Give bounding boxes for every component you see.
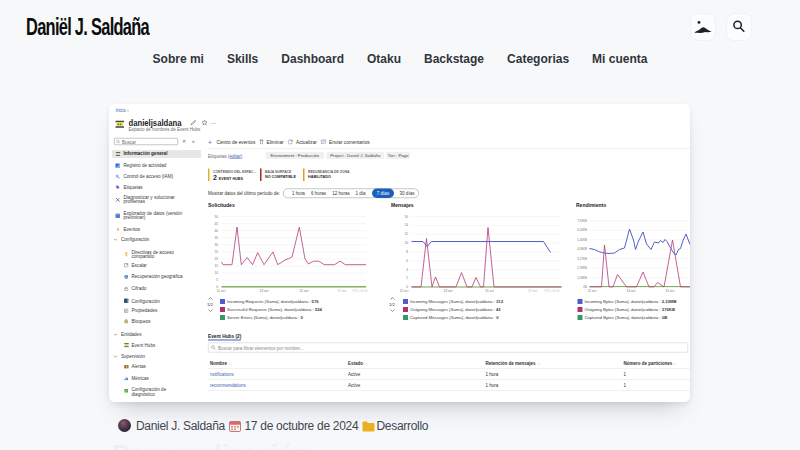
svg-text:5: 5 xyxy=(216,278,218,282)
svg-text:2: 2 xyxy=(406,276,408,280)
svg-text:15 oct: 15 oct xyxy=(300,289,309,293)
svg-text:Incoming Bytes (Suma), danielj: Incoming Bytes (Suma), danieljsaldana : … xyxy=(585,299,677,304)
svg-text:3,27KB: 3,27KB xyxy=(577,257,587,261)
svg-text:6: 6 xyxy=(406,259,408,263)
svg-text:10: 10 xyxy=(404,241,408,245)
svg-text:15: 15 xyxy=(214,264,218,268)
svg-text:16: 16 xyxy=(404,215,408,219)
svg-text:17 oct: 17 oct xyxy=(338,289,347,293)
svg-text:8: 8 xyxy=(406,250,408,254)
svg-text:17 oct: 17 oct xyxy=(528,289,537,293)
svg-text:13 oct: 13 oct xyxy=(627,289,636,293)
svg-text:1,09KB: 1,09KB xyxy=(577,276,587,280)
svg-text:20: 20 xyxy=(214,257,218,261)
svg-text:12: 12 xyxy=(404,232,408,236)
svg-text:25: 25 xyxy=(214,250,218,254)
svg-text:Captured Messages (Suma), dani: Captured Messages (Suma), danieljsaldana… xyxy=(410,315,499,320)
svg-text:1/2: 1/2 xyxy=(389,302,396,307)
svg-text:11 oct: 11 oct xyxy=(588,289,597,293)
svg-text:13 oct: 13 oct xyxy=(444,289,453,293)
svg-text:7,63KB: 7,63KB xyxy=(577,219,587,223)
svg-text:40: 40 xyxy=(214,229,218,233)
svg-text:35: 35 xyxy=(214,236,218,240)
svg-text:Daniël J. Saldaña: Daniël J. Saldaña xyxy=(26,14,150,40)
svg-text:UTC+02:00: UTC+02:00 xyxy=(352,289,368,293)
svg-text:4,36KB: 4,36KB xyxy=(577,247,587,251)
svg-text:11 oct: 11 oct xyxy=(217,289,226,293)
svg-text:Incoming Messages (Suma), dani: Incoming Messages (Suma), danieljsaldana… xyxy=(410,299,504,304)
svg-text:15 oct: 15 oct xyxy=(666,289,675,293)
svg-text:2,18KB: 2,18KB xyxy=(577,266,587,270)
svg-text:50: 50 xyxy=(214,215,218,219)
svg-text:14: 14 xyxy=(404,223,408,227)
svg-text:Successful Requests (Suma), da: Successful Requests (Suma), danieljsalda… xyxy=(227,307,323,312)
svg-text:Outgoing Bytes (Suma), danielj: Outgoing Bytes (Suma), danieljsaldana : … xyxy=(585,307,676,312)
svg-text:UTC+02:00: UTC+02:00 xyxy=(544,289,560,293)
svg-text:30: 30 xyxy=(214,243,218,247)
svg-text:1/2: 1/2 xyxy=(207,302,214,307)
svg-text:4: 4 xyxy=(406,268,408,272)
svg-text:45: 45 xyxy=(214,222,218,226)
svg-text:6,54KB: 6,54KB xyxy=(577,228,587,232)
svg-text:Outgoing Messages (Suma), dani: Outgoing Messages (Suma), danieljsaldana… xyxy=(410,307,501,312)
svg-text:0B: 0B xyxy=(583,285,587,289)
svg-text:Captured Bytes (Suma), danielj: Captured Bytes (Suma), danieljsaldana : … xyxy=(585,315,668,320)
svg-text:11 oct: 11 oct xyxy=(400,289,409,293)
svg-text:13 oct: 13 oct xyxy=(260,289,269,293)
svg-text:10: 10 xyxy=(214,271,218,275)
svg-text:Incoming Requests (Suma), dani: Incoming Requests (Suma), danieljsaldana… xyxy=(227,299,319,304)
svg-text:5,45KB: 5,45KB xyxy=(577,238,587,242)
svg-text:Server Errors (Suma), danieljs: Server Errors (Suma), danieljsaldana : 0 xyxy=(227,315,303,320)
svg-text:15 oct: 15 oct xyxy=(485,289,494,293)
